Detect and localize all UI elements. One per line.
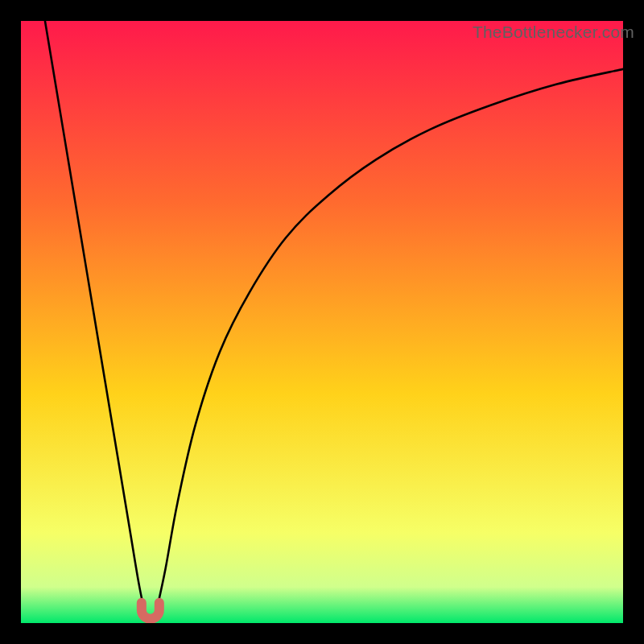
chart-frame: TheBottlenecker.com — [0, 0, 644, 644]
plot-area — [21, 21, 623, 623]
watermark-text: TheBottlenecker.com — [473, 23, 634, 42]
gradient-background — [21, 21, 623, 623]
chart-svg — [21, 21, 623, 623]
